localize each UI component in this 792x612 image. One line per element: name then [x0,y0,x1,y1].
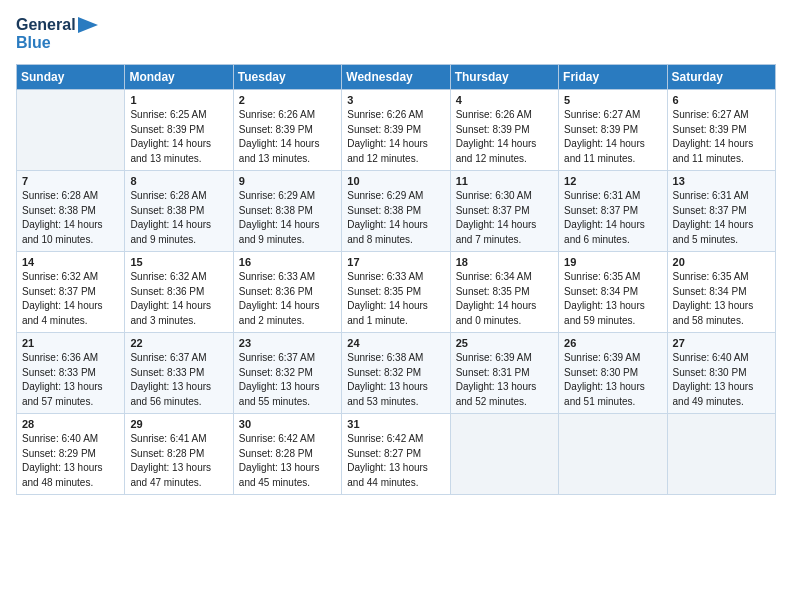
column-header-thursday: Thursday [450,65,558,90]
cell-info: Sunrise: 6:42 AMSunset: 8:28 PMDaylight:… [239,432,336,490]
day-number: 4 [456,94,553,106]
day-number: 27 [673,337,770,349]
cell-info: Sunrise: 6:32 AMSunset: 8:36 PMDaylight:… [130,270,227,328]
calendar-cell: 25Sunrise: 6:39 AMSunset: 8:31 PMDayligh… [450,333,558,414]
column-header-wednesday: Wednesday [342,65,450,90]
calendar-cell: 11Sunrise: 6:30 AMSunset: 8:37 PMDayligh… [450,171,558,252]
day-number: 24 [347,337,444,349]
calendar-cell: 20Sunrise: 6:35 AMSunset: 8:34 PMDayligh… [667,252,775,333]
calendar-cell: 21Sunrise: 6:36 AMSunset: 8:33 PMDayligh… [17,333,125,414]
cell-info: Sunrise: 6:34 AMSunset: 8:35 PMDaylight:… [456,270,553,328]
cell-info: Sunrise: 6:25 AMSunset: 8:39 PMDaylight:… [130,108,227,166]
cell-info: Sunrise: 6:28 AMSunset: 8:38 PMDaylight:… [130,189,227,247]
calendar-cell: 15Sunrise: 6:32 AMSunset: 8:36 PMDayligh… [125,252,233,333]
cell-info: Sunrise: 6:27 AMSunset: 8:39 PMDaylight:… [673,108,770,166]
calendar-header-row: SundayMondayTuesdayWednesdayThursdayFrid… [17,65,776,90]
day-number: 20 [673,256,770,268]
calendar-cell: 29Sunrise: 6:41 AMSunset: 8:28 PMDayligh… [125,414,233,495]
calendar-cell: 19Sunrise: 6:35 AMSunset: 8:34 PMDayligh… [559,252,667,333]
day-number: 25 [456,337,553,349]
cell-info: Sunrise: 6:26 AMSunset: 8:39 PMDaylight:… [456,108,553,166]
day-number: 8 [130,175,227,187]
cell-info: Sunrise: 6:40 AMSunset: 8:30 PMDaylight:… [673,351,770,409]
day-number: 23 [239,337,336,349]
calendar-cell: 16Sunrise: 6:33 AMSunset: 8:36 PMDayligh… [233,252,341,333]
cell-info: Sunrise: 6:36 AMSunset: 8:33 PMDaylight:… [22,351,119,409]
logo: General Blue [16,16,98,52]
cell-info: Sunrise: 6:38 AMSunset: 8:32 PMDaylight:… [347,351,444,409]
calendar-cell: 4Sunrise: 6:26 AMSunset: 8:39 PMDaylight… [450,90,558,171]
cell-info: Sunrise: 6:33 AMSunset: 8:35 PMDaylight:… [347,270,444,328]
calendar-cell: 5Sunrise: 6:27 AMSunset: 8:39 PMDaylight… [559,90,667,171]
calendar-cell: 28Sunrise: 6:40 AMSunset: 8:29 PMDayligh… [17,414,125,495]
calendar-cell: 22Sunrise: 6:37 AMSunset: 8:33 PMDayligh… [125,333,233,414]
day-number: 13 [673,175,770,187]
day-number: 1 [130,94,227,106]
calendar-week-row: 14Sunrise: 6:32 AMSunset: 8:37 PMDayligh… [17,252,776,333]
day-number: 16 [239,256,336,268]
day-number: 9 [239,175,336,187]
day-number: 18 [456,256,553,268]
cell-info: Sunrise: 6:42 AMSunset: 8:27 PMDaylight:… [347,432,444,490]
logo-graphic: General Blue [16,16,98,52]
calendar-cell: 30Sunrise: 6:42 AMSunset: 8:28 PMDayligh… [233,414,341,495]
calendar-week-row: 28Sunrise: 6:40 AMSunset: 8:29 PMDayligh… [17,414,776,495]
column-header-sunday: Sunday [17,65,125,90]
cell-info: Sunrise: 6:37 AMSunset: 8:32 PMDaylight:… [239,351,336,409]
column-header-friday: Friday [559,65,667,90]
day-number: 7 [22,175,119,187]
cell-info: Sunrise: 6:40 AMSunset: 8:29 PMDaylight:… [22,432,119,490]
cell-info: Sunrise: 6:29 AMSunset: 8:38 PMDaylight:… [347,189,444,247]
day-number: 12 [564,175,661,187]
calendar-cell: 6Sunrise: 6:27 AMSunset: 8:39 PMDaylight… [667,90,775,171]
day-number: 26 [564,337,661,349]
cell-info: Sunrise: 6:32 AMSunset: 8:37 PMDaylight:… [22,270,119,328]
calendar-cell [559,414,667,495]
cell-info: Sunrise: 6:31 AMSunset: 8:37 PMDaylight:… [673,189,770,247]
calendar-cell: 7Sunrise: 6:28 AMSunset: 8:38 PMDaylight… [17,171,125,252]
calendar-cell [667,414,775,495]
day-number: 14 [22,256,119,268]
day-number: 29 [130,418,227,430]
calendar-cell: 14Sunrise: 6:32 AMSunset: 8:37 PMDayligh… [17,252,125,333]
calendar-cell: 23Sunrise: 6:37 AMSunset: 8:32 PMDayligh… [233,333,341,414]
calendar-cell: 2Sunrise: 6:26 AMSunset: 8:39 PMDaylight… [233,90,341,171]
calendar-cell: 12Sunrise: 6:31 AMSunset: 8:37 PMDayligh… [559,171,667,252]
cell-info: Sunrise: 6:31 AMSunset: 8:37 PMDaylight:… [564,189,661,247]
day-number: 15 [130,256,227,268]
calendar-cell: 24Sunrise: 6:38 AMSunset: 8:32 PMDayligh… [342,333,450,414]
day-number: 17 [347,256,444,268]
calendar-table: SundayMondayTuesdayWednesdayThursdayFrid… [16,64,776,495]
cell-info: Sunrise: 6:26 AMSunset: 8:39 PMDaylight:… [239,108,336,166]
calendar-cell: 31Sunrise: 6:42 AMSunset: 8:27 PMDayligh… [342,414,450,495]
day-number: 3 [347,94,444,106]
cell-info: Sunrise: 6:39 AMSunset: 8:30 PMDaylight:… [564,351,661,409]
logo-blue: Blue [16,34,51,52]
calendar-cell: 27Sunrise: 6:40 AMSunset: 8:30 PMDayligh… [667,333,775,414]
calendar-cell: 18Sunrise: 6:34 AMSunset: 8:35 PMDayligh… [450,252,558,333]
calendar-cell: 10Sunrise: 6:29 AMSunset: 8:38 PMDayligh… [342,171,450,252]
day-number: 30 [239,418,336,430]
cell-info: Sunrise: 6:37 AMSunset: 8:33 PMDaylight:… [130,351,227,409]
cell-info: Sunrise: 6:35 AMSunset: 8:34 PMDaylight:… [564,270,661,328]
cell-info: Sunrise: 6:35 AMSunset: 8:34 PMDaylight:… [673,270,770,328]
calendar-cell: 3Sunrise: 6:26 AMSunset: 8:39 PMDaylight… [342,90,450,171]
day-number: 6 [673,94,770,106]
calendar-cell: 9Sunrise: 6:29 AMSunset: 8:38 PMDaylight… [233,171,341,252]
cell-info: Sunrise: 6:28 AMSunset: 8:38 PMDaylight:… [22,189,119,247]
day-number: 10 [347,175,444,187]
logo-general: General [16,16,76,34]
cell-info: Sunrise: 6:30 AMSunset: 8:37 PMDaylight:… [456,189,553,247]
calendar-cell: 8Sunrise: 6:28 AMSunset: 8:38 PMDaylight… [125,171,233,252]
calendar-cell [17,90,125,171]
calendar-week-row: 7Sunrise: 6:28 AMSunset: 8:38 PMDaylight… [17,171,776,252]
calendar-cell: 13Sunrise: 6:31 AMSunset: 8:37 PMDayligh… [667,171,775,252]
calendar-week-row: 1Sunrise: 6:25 AMSunset: 8:39 PMDaylight… [17,90,776,171]
svg-marker-0 [78,17,98,33]
cell-info: Sunrise: 6:27 AMSunset: 8:39 PMDaylight:… [564,108,661,166]
day-number: 19 [564,256,661,268]
cell-info: Sunrise: 6:26 AMSunset: 8:39 PMDaylight:… [347,108,444,166]
cell-info: Sunrise: 6:33 AMSunset: 8:36 PMDaylight:… [239,270,336,328]
cell-info: Sunrise: 6:39 AMSunset: 8:31 PMDaylight:… [456,351,553,409]
cell-info: Sunrise: 6:41 AMSunset: 8:28 PMDaylight:… [130,432,227,490]
